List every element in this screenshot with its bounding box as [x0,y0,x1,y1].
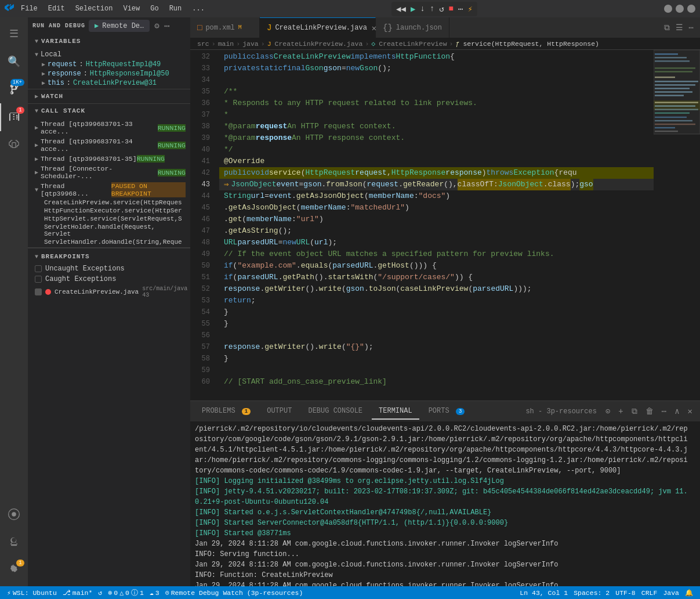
activity-extensions[interactable] [0,131,28,159]
status-remote[interactable]: ⚡ WSL: Ubuntu [5,589,59,597]
warning-icon: △ [119,589,124,597]
editor-more-btn[interactable]: ⋯ [687,21,695,34]
activity-search[interactable]: 🔍 [0,48,28,75]
thread-row-5[interactable]: ▼ Thread [qtp39968... PAUSED ON BREAKPOI… [28,181,190,199]
local-group-label: Local [41,50,61,59]
panel-close-btn[interactable]: ✕ [685,405,695,418]
menu-go[interactable]: Go [146,3,163,14]
activity-settings[interactable]: 1 [0,556,28,584]
split-editor-btn[interactable]: ⧉ [662,21,672,34]
output-tab[interactable]: OUTPUT [260,403,299,420]
debug-breakpoints-btn[interactable]: ⋯ [457,3,464,15]
breadcrumb-java[interactable]: java [242,40,259,48]
status-eol[interactable]: CRLF [639,589,660,597]
minimize-btn[interactable]: — [664,5,672,13]
thread-row-4[interactable]: ▶ Thread [Connector-Scheduler-... RUNNIN… [28,164,190,181]
debug-step-out-btn[interactable]: ↑ [429,3,436,15]
debug-run-button[interactable]: ▶ Remote De… [89,20,150,32]
breadcrumb-class[interactable]: CreateLinkPreview [379,40,447,48]
status-position[interactable]: Ln 43, Col 1 [517,589,570,597]
watch-header[interactable]: ▶ WATCH [28,89,190,103]
frame-row-5[interactable]: ServletHandler.doHandle(String,Reque [28,238,190,246]
menu-run[interactable]: Run [165,3,187,14]
terminal-tab[interactable]: TERMINAL [372,403,419,420]
this-var[interactable]: ▶ this : CreateLinkPreview@31 [28,78,190,88]
local-group-header[interactable]: ▼ Local [28,49,190,60]
frame-row-2[interactable]: HttpFunctionExecutor.service(HttpSer [28,207,190,215]
breadcrumb-main[interactable]: main [218,40,234,48]
response-var[interactable]: ▶ response : HttpResponseImpl@50 [28,69,190,78]
debug-lightning-btn[interactable]: ⚡ [466,3,473,15]
variables-header[interactable]: ▼ VARIABLES [28,34,190,48]
debug-console-tab[interactable]: DEBUG CONSOLE [301,403,369,420]
breakpoint-uncaught[interactable]: Uncaught Exceptions [28,264,190,274]
breakpoint-file[interactable]: CreateLinkPreview.java src/main/java 43 [28,284,190,300]
frame-row-4[interactable]: ServletHolder.handle(Request, Servlet [28,223,190,238]
thread-row-3[interactable]: ▶ Thread [qtp399683701-35] RUNNING [28,154,190,164]
frame-row-1[interactable]: CreateLinkPreview.service(HttpReques [28,199,190,207]
code-line-56 [219,330,654,341]
activity-accounts[interactable] [0,528,28,556]
debug-restart-btn[interactable]: ↺ [438,3,445,15]
breadcrumb-src[interactable]: src [197,40,209,48]
breadcrumb-file[interactable]: CreateLinkPreview.java [275,40,363,48]
thread-row-2[interactable]: ▶ Thread [qtp399683701-34 acce... RUNNIN… [28,136,190,154]
terminal-delete-btn[interactable]: 🗑 [643,405,657,418]
terminal-more-btn[interactable]: ⋯ [659,405,669,418]
editor-layout-btn[interactable]: ☰ [674,21,685,34]
uncaught-checkbox[interactable] [35,265,42,272]
tab-create-link-preview[interactable]: J CreateLinkPreview.java ✕ [260,17,376,38]
activity-explorer[interactable]: ☰ [0,20,28,48]
bp-location: src/main/java 43 [142,286,187,298]
debug-continue-btn[interactable]: ◀◀ [395,3,407,15]
breadcrumb-method[interactable]: service(HttpRequest, HttpResponse) [463,40,599,48]
callstack-header[interactable]: ▼ CALL STACK [28,104,190,118]
menu-selection[interactable]: Selection [71,3,118,14]
thread-row-1[interactable]: ▶ Thread [qtp399683701-33 acce... RUNNIN… [28,119,190,136]
panel-collapse-btn[interactable]: ∧ [672,405,682,418]
status-sync[interactable]: ↺ [96,589,104,597]
tab-launch-json[interactable]: {} launch.json [376,17,449,38]
close-btn[interactable]: ✕ [687,5,695,13]
status-errors[interactable]: ⊗ 0 △ 0 ⓘ 1 [106,589,146,597]
activity-remote[interactable] [0,500,28,528]
code-content[interactable]: public class CreateLinkPreview implement… [219,50,654,400]
callstack-chevron: ▼ [35,108,39,114]
activity-debug[interactable]: 1 [0,103,28,131]
caught-checkbox[interactable] [35,276,42,283]
debug-step-over-btn[interactable]: ▶ [409,3,416,15]
request-var[interactable]: ▶ request : HttpRequestImpl@49 [28,60,190,69]
ports-tab[interactable]: PORTS 3 [422,403,472,420]
status-cloud[interactable]: ☁ 3 [147,589,162,597]
menu-more[interactable]: ... [187,3,209,14]
file-checkbox[interactable] [35,288,42,295]
ports-badge: 3 [456,408,465,415]
code-line-57: response.getWriter().write("{}"); [219,341,654,353]
status-git-branch[interactable]: ⎇ main* [60,589,95,597]
status-spaces[interactable]: Spaces: 2 [571,589,612,597]
problems-tab[interactable]: PROBLEMS 1 [195,403,257,420]
debug-more-btn[interactable]: ⋯ [164,20,170,32]
activity-source-control[interactable]: 1K+ [0,75,28,103]
terminal-add-btn[interactable]: + [615,405,626,418]
debug-step-into-btn[interactable]: ↓ [419,3,426,15]
breakpoints-header[interactable]: ▼ BREAKPOINTS [28,250,190,264]
status-bar: ⚡ WSL: Ubuntu ⎇ main* ↺ ⊗ 0 △ 0 ⓘ 1 ☁ 3 … [0,586,700,599]
tab-pom-xml[interactable]: □ pom.xml M [190,17,260,38]
menu-edit[interactable]: Edit [43,3,70,14]
status-language[interactable]: Java [661,589,681,597]
code-line-50: if ("example.com".equals(parsedURL.getHo… [219,260,654,272]
breakpoint-caught[interactable]: Caught Exceptions [28,274,190,284]
status-encoding[interactable]: UTF-8 [613,589,638,597]
debug-stop-btn[interactable]: ■ [448,3,455,15]
status-notifications[interactable]: 🔔 [683,589,695,597]
response-value: HttpResponseImpl@50 [90,70,169,78]
menu-view[interactable]: View [118,3,144,14]
terminal-split-btn[interactable]: ⧉ [629,405,640,418]
menu-file[interactable]: File [16,3,42,14]
status-debug-watch[interactable]: ⊙ Remote Debug Watch (3p-resources) [163,589,306,597]
debug-settings-btn[interactable]: ⚙ [153,20,160,32]
frame-row-3[interactable]: HttpServlet.service(ServletRequest,S [28,215,190,223]
terminal-content[interactable]: /pierrick/.m2/repository/io/cloudevents/… [190,421,700,586]
maximize-btn[interactable]: □ [676,5,684,13]
